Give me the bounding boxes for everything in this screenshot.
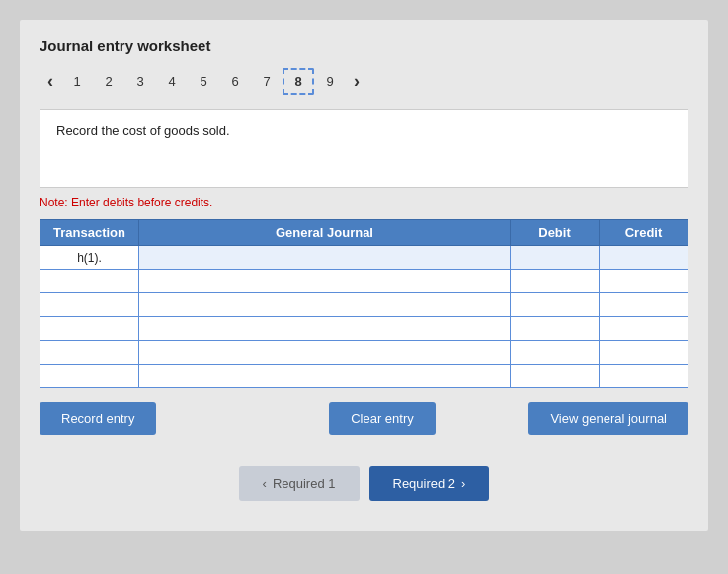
header-credit: Credit	[600, 220, 688, 246]
page-2[interactable]: 2	[93, 70, 124, 93]
debit-input-5[interactable]	[511, 341, 599, 364]
transaction-label: h(1).	[40, 246, 139, 270]
credit-input-2[interactable]	[600, 270, 688, 292]
instruction-box: Record the cost of goods sold.	[40, 109, 688, 188]
required-1-button[interactable]: ‹ Required 1	[239, 466, 360, 501]
page-5[interactable]: 5	[188, 70, 219, 93]
header-general-journal: General Journal	[139, 220, 511, 246]
page-6[interactable]: 6	[219, 70, 251, 93]
debit-input-4[interactable]	[511, 317, 599, 340]
debit-input-cell-6[interactable]	[511, 365, 600, 388]
page-title: Journal entry worksheet	[40, 38, 688, 54]
record-entry-button[interactable]: Record entry	[40, 402, 156, 435]
table-row	[40, 341, 688, 365]
credit-input-1[interactable]	[600, 246, 688, 269]
page-3[interactable]: 3	[124, 70, 156, 93]
header-debit: Debit	[511, 220, 600, 246]
credit-input-cell-3[interactable]	[600, 293, 688, 317]
gj-input-2[interactable]	[139, 270, 510, 292]
debit-input-cell-5[interactable]	[511, 341, 600, 365]
credit-input-5[interactable]	[600, 341, 688, 364]
header-transaction: Transaction	[40, 220, 139, 246]
note-text: Note: Enter debits before credits.	[40, 196, 688, 209]
table-row	[40, 317, 688, 341]
page-1[interactable]: 1	[61, 70, 93, 93]
table-row	[40, 293, 688, 317]
table-row: h(1).	[40, 246, 688, 270]
clear-entry-button[interactable]: Clear entry	[329, 402, 436, 435]
debit-input-cell-3[interactable]	[511, 293, 600, 317]
credit-input-cell[interactable]	[600, 246, 688, 270]
credit-input-cell-5[interactable]	[600, 341, 688, 365]
next-page-arrow[interactable]: ›	[346, 69, 367, 94]
transaction-cell-5	[40, 341, 139, 365]
nav-prev-arrow-icon: ‹	[263, 476, 267, 491]
view-general-journal-button[interactable]: View general journal	[528, 402, 688, 435]
pagination-bar: ‹ 1 2 3 4 5 6 7 8 9 ›	[40, 68, 688, 95]
credit-input-3[interactable]	[600, 293, 688, 316]
bottom-navigation: ‹ Required 1 Required 2 ›	[40, 466, 688, 501]
debit-input-cell[interactable]	[511, 246, 600, 270]
transaction-cell-6	[40, 365, 139, 388]
debit-input-1[interactable]	[511, 246, 599, 269]
gj-input-3[interactable]	[139, 293, 510, 316]
page-4[interactable]: 4	[156, 70, 188, 93]
journal-worksheet: Journal entry worksheet ‹ 1 2 3 4 5 6 7 …	[20, 20, 708, 531]
gj-input-cell-4[interactable]	[139, 317, 511, 341]
page-9[interactable]: 9	[314, 70, 346, 93]
prev-page-arrow[interactable]: ‹	[40, 69, 61, 94]
credit-input-cell-6[interactable]	[600, 365, 688, 388]
gj-input-cell-6[interactable]	[139, 365, 511, 388]
gj-input-cell-3[interactable]	[139, 293, 511, 317]
required-1-label: Required 1	[273, 476, 336, 491]
table-row	[40, 270, 688, 293]
debit-input-cell-4[interactable]	[511, 317, 600, 341]
table-row	[40, 365, 688, 388]
credit-input-6[interactable]	[600, 365, 688, 387]
debit-input-6[interactable]	[511, 365, 599, 387]
transaction-cell-4	[40, 317, 139, 341]
gj-input-cell-5[interactable]	[139, 341, 511, 365]
transaction-cell-3	[40, 293, 139, 317]
credit-input-4[interactable]	[600, 317, 688, 340]
instruction-text: Record the cost of goods sold.	[56, 123, 230, 138]
required-2-button[interactable]: Required 2 ›	[369, 466, 490, 501]
gj-input-6[interactable]	[139, 365, 510, 387]
page-7[interactable]: 7	[251, 70, 283, 93]
journal-table: Transaction General Journal Debit Credit…	[40, 219, 688, 388]
nav-next-arrow-icon: ›	[461, 476, 465, 491]
credit-input-cell-4[interactable]	[600, 317, 688, 341]
action-buttons: Record entry Clear entry View general jo…	[40, 402, 688, 435]
debit-input-cell-2[interactable]	[511, 270, 600, 293]
debit-input-2[interactable]	[511, 270, 599, 292]
gj-input-5[interactable]	[139, 341, 510, 364]
credit-input-cell-2[interactable]	[600, 270, 688, 293]
transaction-cell-2	[40, 270, 139, 293]
required-2-label: Required 2	[393, 476, 456, 491]
gj-input-cell[interactable]	[139, 246, 511, 270]
gj-input-4[interactable]	[139, 317, 510, 340]
gj-input-1[interactable]	[139, 246, 510, 269]
gj-input-cell-2[interactable]	[139, 270, 511, 293]
page-8[interactable]: 8	[283, 68, 314, 95]
debit-input-3[interactable]	[511, 293, 599, 316]
